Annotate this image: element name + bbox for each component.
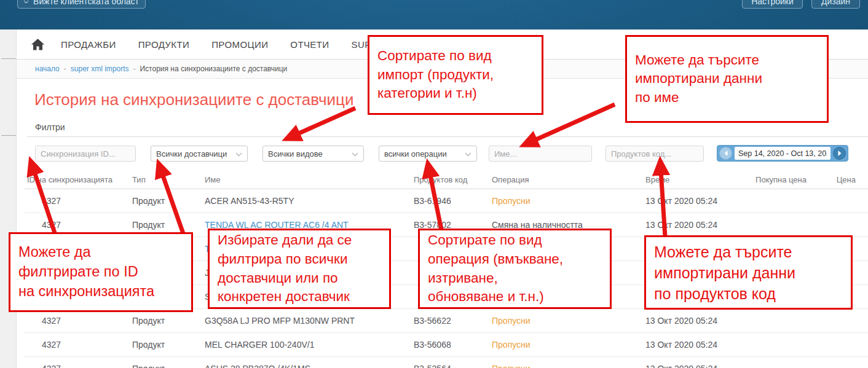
date-range-picker <box>717 145 848 162</box>
chevron-down-icon <box>465 149 471 159</box>
design-button[interactable]: Дизайн <box>811 0 860 9</box>
note-search-by-name: Можете да търсите импортирани данни по и… <box>625 35 829 123</box>
product-code-search-input[interactable] <box>606 146 704 162</box>
breadcrumb-home-link[interactable]: начало <box>35 65 60 73</box>
rail-divider <box>1 58 16 59</box>
view-client-area-label: Вижте клиентската област <box>33 0 139 6</box>
cell-type: Продукт <box>130 189 202 213</box>
cell-time: 13 Окт 2020 05:24 <box>643 189 738 213</box>
left-rail <box>0 29 17 368</box>
admin-sync-history-page: Вижте клиентската област Настройки Дизай… <box>0 0 868 368</box>
nav-item-products[interactable]: ПРОДУКТИ <box>138 39 190 50</box>
cell-sync-id: 4327 <box>25 189 130 213</box>
note-sort-import-type: Сортирате по вид импорт (продукти, катег… <box>368 35 543 115</box>
nav-item-sales[interactable]: ПРОДАЖБИ <box>61 39 116 50</box>
page-title: История на синхронизациите с доставчици <box>34 90 353 109</box>
cell-name: ACER AN515-43-R5TY <box>202 189 411 213</box>
topbar: Вижте клиентската област Настройки Дизай… <box>0 0 868 29</box>
col-type: Тип <box>130 171 202 189</box>
cell-price <box>829 213 868 237</box>
chevron-right-icon <box>838 151 842 156</box>
col-name: Име <box>202 171 411 189</box>
cell-operation: Пропусни <box>489 333 643 356</box>
breadcrumb-section-link[interactable]: super xml imports <box>71 65 129 73</box>
col-price: Цена <box>829 171 868 189</box>
cell-name: MEL CHARGER 100-240V/1 <box>202 333 411 356</box>
suppliers-dropdown[interactable]: Всички доставчици <box>151 146 248 162</box>
suppliers-dropdown-value: Всички доставчици <box>156 149 227 159</box>
table-row: 4327ПродуктG3Q58A LJ PRO MFP M130NW PRNT… <box>25 309 868 333</box>
cell-price <box>829 357 868 368</box>
col-operation: Операция <box>489 171 643 189</box>
cell-operation: Пропусни <box>489 309 643 332</box>
settings-label: Настройки <box>751 0 794 6</box>
rail-divider <box>1 135 16 136</box>
filters-label: Филтри <box>35 122 65 132</box>
monitor-icon <box>24 0 28 6</box>
col-sync-id: ID на синхронизацията <box>25 171 130 189</box>
home-icon <box>31 39 44 50</box>
cell-price <box>829 309 868 332</box>
table-row: 4327ПродуктACER AN515-43-R5TYB3-61946Про… <box>25 189 868 213</box>
note-choose-supplier: Избирате дали да се филтрира по всички д… <box>208 229 391 309</box>
cell-price <box>829 333 868 356</box>
cell-name: G3Q58A LJ PRO MFP M130NW PRNT <box>202 309 411 332</box>
table-row: 4327ПродуктMEL CHARGER 100-240V/1B3-5606… <box>25 333 868 357</box>
cell-operation: Пропусни <box>489 357 643 368</box>
cell-type: Продукт <box>130 333 202 356</box>
cell-type: Продукт <box>130 357 202 368</box>
cell-time: 13 Окт 2020 05:24 <box>643 213 738 237</box>
cell-product-code: B3-52564 <box>411 357 489 368</box>
sync-id-input[interactable] <box>35 146 136 162</box>
design-label: Дизайн <box>821 0 850 6</box>
col-product-code: Продуктов код <box>411 171 489 189</box>
types-dropdown-value: Всички видове <box>268 149 323 159</box>
cell-type: Продукт <box>130 309 202 332</box>
cell-purchase-price <box>738 189 829 213</box>
cell-time: 13 Окт 2020 05:24 <box>643 333 738 356</box>
cell-purchase-price <box>738 309 829 332</box>
name-search-input[interactable] <box>489 146 592 162</box>
cell-product-code: B3-56622 <box>411 309 489 332</box>
chevron-down-icon <box>352 149 358 159</box>
date-next-button[interactable] <box>833 147 846 160</box>
nav-item-reports[interactable]: ОТЧЕТИ <box>290 39 329 50</box>
table-row: 4327ПродуктASUS 28 PB287Q /4K/1MSB3-5256… <box>25 357 868 368</box>
cell-product-code: B3-56068 <box>411 333 489 356</box>
cell-product-code: B3-61946 <box>411 189 489 213</box>
operations-dropdown-value: всички операции <box>384 149 447 159</box>
cell-price <box>829 189 868 213</box>
chevron-left-icon <box>724 151 728 156</box>
date-prev-button[interactable] <box>719 147 732 160</box>
cell-purchase-price <box>738 333 829 356</box>
settings-button[interactable]: Настройки <box>742 0 803 9</box>
cell-name: ASUS 28 PB287Q /4K/1MS <box>202 357 411 368</box>
note-filter-by-id: Можете да филтрирате по ID на синхрониза… <box>9 232 193 312</box>
types-dropdown[interactable]: Всички видове <box>262 146 364 162</box>
breadcrumb-separator: - <box>64 65 66 73</box>
note-sort-operation: Сортирате по вид операция (вмъкване, изт… <box>418 229 612 309</box>
cell-operation: Пропусни <box>489 189 643 213</box>
col-time: Време <box>643 171 738 189</box>
breadcrumb-current: История на синхронизациите с доставчици <box>140 65 287 73</box>
cell-time: 13 Окт 2020 05:24 <box>643 357 738 368</box>
cell-time: 13 Окт 2020 05:24 <box>643 309 738 332</box>
cell-purchase-price <box>738 357 829 368</box>
cell-purchase-price <box>738 213 829 237</box>
cell-sync-id: 4327 <box>25 309 130 332</box>
filters-divider <box>27 136 868 137</box>
chevron-down-icon <box>235 149 242 159</box>
note-search-by-code: Можете да търсите импортирани данни по п… <box>644 235 853 310</box>
col-purchase-price: Покупна цена <box>738 171 829 189</box>
table-header: ID на синхронизацията Тип Име Продуктов … <box>25 171 868 189</box>
breadcrumb-separator: - <box>133 65 135 73</box>
nav-item-promotions[interactable]: ПРОМОЦИИ <box>211 39 268 50</box>
cell-sync-id: 4327 <box>25 333 130 356</box>
arrow-to-types <box>286 108 355 139</box>
view-client-area-button[interactable]: Вижте клиентската област <box>17 0 146 9</box>
cell-sync-id: 4327 <box>25 357 130 368</box>
date-range-input[interactable] <box>735 147 831 160</box>
home-nav-item[interactable] <box>31 39 45 50</box>
operations-dropdown[interactable]: всички операции <box>379 146 477 162</box>
